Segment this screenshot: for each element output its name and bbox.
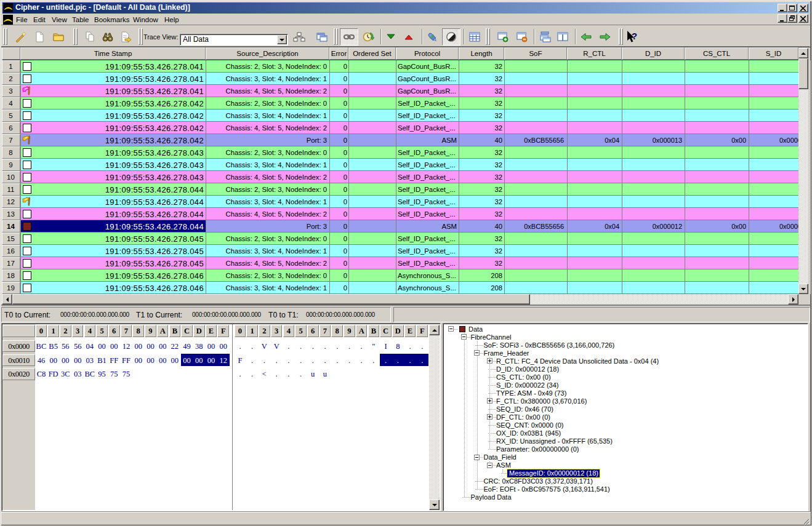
svg-text:?: ?: [632, 31, 637, 41]
